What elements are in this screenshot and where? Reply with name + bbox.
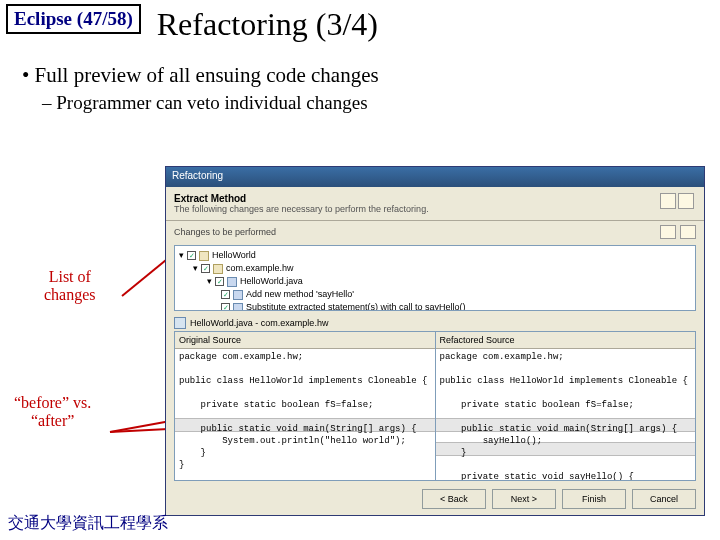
finish-button[interactable]: Finish — [562, 489, 626, 509]
original-header: Original Source — [175, 332, 435, 349]
back-button[interactable]: < Back — [422, 489, 486, 509]
expand-all-icon[interactable] — [660, 225, 676, 239]
collapse-all-icon[interactable] — [680, 225, 696, 239]
refactored-code: package com.example.hw; public class Hel… — [436, 349, 696, 480]
java-file-icon — [174, 317, 186, 329]
callout-changes: List of changes — [44, 268, 96, 304]
badge-product: Eclipse — [14, 8, 72, 29]
footer-affiliation: 交通大學資訊工程學系 — [8, 513, 168, 534]
copy-icon[interactable] — [678, 193, 694, 209]
project-icon — [199, 251, 209, 261]
slide-badge: Eclipse (47/58) — [6, 4, 141, 34]
compare-header: HelloWorld.java - com.example.hw — [174, 317, 696, 329]
callout-compare: “before” vs. “after” — [14, 394, 91, 430]
cancel-button[interactable]: Cancel — [632, 489, 696, 509]
refactored-header: Refactored Source — [436, 332, 696, 349]
next-button[interactable]: Next > — [492, 489, 556, 509]
dialog-buttons: < Back Next > Finish Cancel — [422, 489, 696, 509]
bullet-main: • Full preview of all ensuing code chang… — [22, 63, 720, 88]
bullet-sub: – Programmer can veto individual changes — [42, 92, 720, 114]
dialog-titlebar: Refactoring — [166, 167, 704, 187]
original-code: package com.example.hw; public class Hel… — [175, 349, 435, 473]
dialog-section-desc: The following changes are necessary to p… — [166, 204, 704, 221]
badge-progress: (47/58) — [77, 8, 133, 29]
change-icon — [233, 290, 243, 300]
package-icon — [213, 264, 223, 274]
changes-tree[interactable]: ▾✓HelloWorld ▾✓com.example.hw ▾✓HelloWor… — [174, 245, 696, 311]
original-pane[interactable]: Original Source package com.example.hw; … — [175, 332, 435, 480]
bullet-list: • Full preview of all ensuing code chang… — [22, 63, 720, 114]
compare-viewer: Original Source package com.example.hw; … — [174, 331, 696, 481]
changes-label: Changes to be performed — [174, 227, 656, 237]
toolbar-icons — [660, 193, 694, 209]
refactored-pane[interactable]: Refactored Source package com.example.hw… — [435, 332, 696, 480]
dialog-section-title: Extract Method — [166, 187, 704, 204]
change-icon — [233, 303, 243, 312]
refactoring-dialog: Refactoring Extract Method The following… — [165, 166, 705, 516]
file-icon — [227, 277, 237, 287]
slide-title: Refactoring (3/4) — [157, 6, 378, 43]
copy-icon[interactable] — [660, 193, 676, 209]
